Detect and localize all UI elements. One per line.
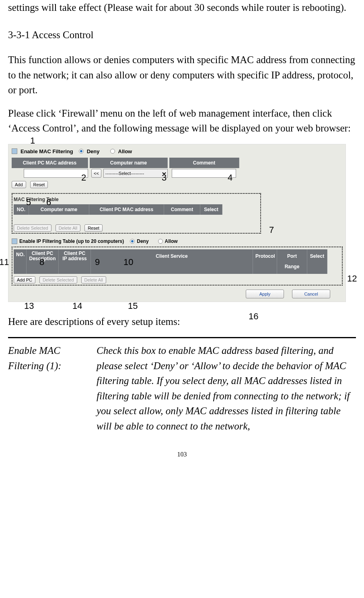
mac-delete-selected-button[interactable]: Delete Selected xyxy=(14,224,51,232)
ip-deny-label: Deny xyxy=(137,238,148,245)
ip-hdr-port: Port Range xyxy=(277,249,307,274)
callout-16: 16 xyxy=(249,310,258,323)
ip-filter-enable-row: Enable IP Filtering Table (up to 20 comp… xyxy=(12,238,342,245)
intro-tail-text: settings will take effect (Please wait f… xyxy=(8,0,356,15)
callout-3: 3 xyxy=(162,171,167,184)
mac-table-hdr-mac: Client PC MAC address xyxy=(89,204,164,215)
copy-left-button[interactable]: << xyxy=(91,169,101,178)
section-heading: 3-3-1 Access Control xyxy=(8,27,356,43)
mac-table-hdr-comment: Comment xyxy=(164,204,200,215)
desc-divider-line xyxy=(8,337,356,338)
callout-2: 2 xyxy=(81,171,86,184)
mac-deny-label: Deny xyxy=(87,148,100,156)
ip-hdr-service: Client Service xyxy=(91,249,253,274)
callout-14: 14 xyxy=(72,299,82,312)
mac-address-input[interactable] xyxy=(24,169,88,178)
callout-13: 13 xyxy=(24,299,34,312)
callout-4: 4 xyxy=(228,171,232,184)
reset-button[interactable]: Reset xyxy=(30,181,48,188)
mac-delete-all-button[interactable]: Delete All xyxy=(56,224,80,232)
callout-9: 9 xyxy=(95,255,100,269)
ip-deny-radio[interactable] xyxy=(130,239,135,244)
mac-input-header-row: Client PC MAC address Computer name Comm… xyxy=(12,158,342,168)
footer-button-row: Apply Cancel xyxy=(12,290,342,298)
ip-table-header-row: NO. Client PC Description Client PC IP a… xyxy=(14,249,341,274)
callout-11: 11 xyxy=(0,255,9,269)
enable-ip-label: Enable IP Filtering Table (up to 20 comp… xyxy=(19,238,124,245)
ip-allow-radio[interactable] xyxy=(158,239,163,244)
mac-table-empty xyxy=(14,215,259,221)
mac-table-hdr-name: Computer name xyxy=(29,204,89,215)
ip-hdr-protocol: Protocol xyxy=(253,249,277,274)
mac-table-hdr-select: Select xyxy=(200,204,222,215)
ip-filtering-table-box: NO. Client PC Description Client PC IP a… xyxy=(12,247,343,286)
para-instruction: Please click ‘Firewall’ menu on the left… xyxy=(8,106,356,136)
hdr-computer-name: Computer name xyxy=(90,158,168,168)
ip-table-button-row: Add PC Delete Selected Delete All xyxy=(14,276,341,284)
enable-mac-checkbox[interactable] xyxy=(12,148,17,154)
callout-15: 15 xyxy=(128,299,138,312)
mac-table-button-row: Delete Selected Delete All Reset xyxy=(14,224,259,232)
page-number: 103 xyxy=(8,450,356,459)
computer-name-select[interactable]: ---------Select--------- xyxy=(103,169,168,178)
para-function-desc: This function allows or denies computers… xyxy=(8,52,356,98)
hdr-comment: Comment xyxy=(169,158,239,168)
hdr-client-mac: Client PC MAC address xyxy=(12,158,88,168)
screenshot-container: 1 2 3 4 5 6 7 8 9 10 11 12 13 14 15 16 E… xyxy=(8,144,356,302)
desc-row-enable-mac: Enable MAC Filtering (1): Check this box… xyxy=(8,343,356,434)
router-ui-screenshot: Enable MAC Filtering Deny Allow Client P… xyxy=(8,144,346,302)
desc-intro: Here are descriptions of every setup ite… xyxy=(8,314,356,329)
callout-8: 8 xyxy=(39,255,44,269)
ip-hdr-no: NO. xyxy=(14,249,27,274)
ip-allow-label: Allow xyxy=(165,238,178,245)
mac-allow-radio[interactable] xyxy=(110,149,115,154)
mac-add-reset-row: Add Reset xyxy=(12,181,342,188)
cancel-button[interactable]: Cancel xyxy=(292,290,330,298)
add-pc-button[interactable]: Add PC xyxy=(14,276,35,284)
ip-delete-all-button[interactable]: Delete All xyxy=(81,276,106,284)
callout-1: 1 xyxy=(30,134,35,147)
apply-button[interactable]: Apply xyxy=(246,290,284,298)
ip-hdr-select: Select xyxy=(307,249,327,274)
desc-term: Enable MAC Filtering (1): xyxy=(8,343,88,434)
desc-body: Check this box to enable MAC address bas… xyxy=(97,343,356,434)
enable-ip-checkbox[interactable] xyxy=(12,238,17,244)
mac-allow-label: Allow xyxy=(118,148,132,156)
callout-6: 6 xyxy=(46,195,51,209)
mac-filter-enable-row: Enable MAC Filtering Deny Allow xyxy=(12,148,342,156)
callout-5: 5 xyxy=(26,195,31,209)
ip-delete-selected-button[interactable]: Delete Selected xyxy=(39,276,77,284)
ip-hdr-ip: Client PC IP address xyxy=(59,249,91,274)
mac-deny-radio[interactable] xyxy=(79,149,84,154)
callout-7: 7 xyxy=(269,223,274,236)
callout-10: 10 xyxy=(123,255,133,269)
mac-input-row: << ---------Select--------- xyxy=(12,169,342,178)
callout-12: 12 xyxy=(347,272,357,285)
comment-input[interactable] xyxy=(172,169,236,178)
enable-mac-label: Enable MAC Filtering xyxy=(21,148,73,156)
add-button[interactable]: Add xyxy=(12,181,26,188)
mac-reset-button[interactable]: Reset xyxy=(84,224,103,232)
